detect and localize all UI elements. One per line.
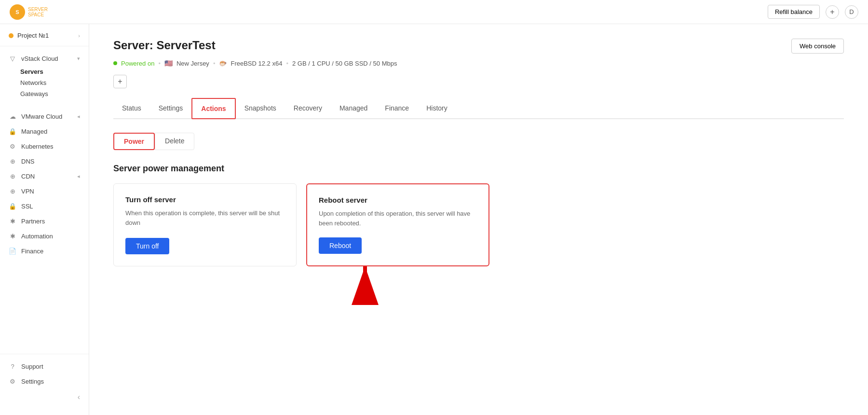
sidebar-item-cdn[interactable]: ⊕ CDN ◂ xyxy=(0,169,89,184)
server-location: New Jersey xyxy=(176,60,209,67)
sidebar-item-settings[interactable]: ⚙ Settings xyxy=(0,374,89,389)
project-dot xyxy=(9,33,14,38)
add-item-button[interactable]: + xyxy=(113,75,127,88)
subtab-delete[interactable]: Delete xyxy=(155,133,194,150)
vmware-icon: ☁ xyxy=(9,113,16,120)
refill-balance-button[interactable]: Refill balance xyxy=(768,5,820,19)
server-os: FreeBSD 12.2 x64 xyxy=(231,60,282,67)
automation-icon: ✱ xyxy=(9,233,16,240)
dns-icon: ⊕ xyxy=(9,158,16,165)
server-specs: 2 GB / 1 CPU / 50 GB SSD / 50 Mbps xyxy=(292,60,397,67)
managed-icon: 🔒 xyxy=(9,128,16,135)
tab-managed[interactable]: Managed xyxy=(331,98,376,119)
sidebar-item-settings-label: Settings xyxy=(21,378,44,385)
page-header: Server: ServerTest Web console xyxy=(113,39,844,54)
content: Server: ServerTest Web console Powered o… xyxy=(89,24,868,415)
settings-icon: ⚙ xyxy=(9,378,16,385)
reboot-card-desc: Upon completion of this operation, this … xyxy=(319,209,477,228)
topbar-right: Refill balance + D xyxy=(768,5,858,19)
logo: S SERVER SPACE xyxy=(10,4,48,20)
sidebar-item-support-label: Support xyxy=(21,363,43,370)
sidebar-item-managed[interactable]: 🔒 Managed xyxy=(0,124,89,139)
sidebar-section-vstack: ▽ vStack Cloud ▾ Servers Networks Gatewa… xyxy=(0,46,89,104)
tab-finance[interactable]: Finance xyxy=(376,98,418,119)
avatar[interactable]: D xyxy=(845,5,858,19)
sidebar-item-dns-label: DNS xyxy=(21,158,34,165)
sidebar-item-automation[interactable]: ✱ Automation xyxy=(0,229,89,244)
sidebar-item-kubernetes-label: Kubernetes xyxy=(21,143,54,150)
server-meta: Powered on • 🇺🇸 New Jersey • 🐡 FreeBSD 1… xyxy=(113,59,844,67)
reboot-button[interactable]: Reboot xyxy=(319,237,362,254)
location-flag: 🇺🇸 xyxy=(164,59,173,67)
vpn-icon: ⊕ xyxy=(9,188,16,195)
sidebar-item-support[interactable]: ? Support xyxy=(0,359,89,374)
sidebar-item-vstack-label: vStack Cloud xyxy=(21,55,58,62)
sidebar-item-partners-label: Partners xyxy=(21,218,45,225)
sidebar-item-ssl[interactable]: 🔒 SSL xyxy=(0,199,89,214)
logo-icon: S xyxy=(10,4,25,20)
cdn-chevron-icon: ◂ xyxy=(77,173,80,180)
sidebar-item-vpn[interactable]: ⊕ VPN xyxy=(0,184,89,199)
sidebar-collapse-button[interactable]: ‹ xyxy=(0,389,89,405)
sidebar-project-chevron: › xyxy=(78,33,80,39)
sidebar-project-name: Project №1 xyxy=(17,32,49,39)
sidebar-item-partners[interactable]: ✱ Partners xyxy=(0,214,89,229)
subtab-power[interactable]: Power xyxy=(113,133,155,150)
sidebar-item-automation-label: Automation xyxy=(21,233,53,240)
server-status: Powered on xyxy=(121,60,154,67)
turn-off-card-desc: When this operation is complete, this se… xyxy=(125,208,285,227)
support-icon: ? xyxy=(9,363,16,370)
reboot-card-title: Reboot server xyxy=(319,196,477,204)
sidebar-item-vpn-label: VPN xyxy=(21,188,34,195)
sidebar-item-cdn-label: CDN xyxy=(21,173,35,180)
turn-off-card: Turn off server When this operation is c… xyxy=(113,183,297,266)
sidebar-project[interactable]: Project №1 › xyxy=(0,24,89,46)
sidebar-bottom: ? Support ⚙ Settings ‹ xyxy=(0,354,89,405)
add-button[interactable]: + xyxy=(826,5,839,19)
finance-icon: 📄 xyxy=(9,248,16,255)
main-layout: Project №1 › ▽ vStack Cloud ▾ Servers Ne… xyxy=(0,24,868,415)
kubernetes-icon: ⚙ xyxy=(9,143,16,150)
sidebar-item-ssl-label: SSL xyxy=(21,203,33,210)
sidebar-item-kubernetes[interactable]: ⚙ Kubernetes xyxy=(0,139,89,154)
sidebar-section-other: ☁ VMware Cloud ◂ 🔒 Managed ⚙ Kubernetes xyxy=(0,104,89,263)
sidebar-item-finance-label: Finance xyxy=(21,248,43,255)
tab-status[interactable]: Status xyxy=(113,98,150,119)
tab-recovery[interactable]: Recovery xyxy=(285,98,331,119)
sidebar-item-vstack[interactable]: ▽ vStack Cloud ▾ xyxy=(0,51,89,66)
sidebar-item-managed-label: Managed xyxy=(21,128,47,135)
ssl-icon: 🔒 xyxy=(9,203,16,210)
tab-snapshots[interactable]: Snapshots xyxy=(236,98,285,119)
reboot-card: Reboot server Upon completion of this op… xyxy=(306,183,489,266)
partners-icon: ✱ xyxy=(9,218,16,225)
tabs: Status Settings Actions Snapshots Recove… xyxy=(113,98,844,119)
web-console-button[interactable]: Web console xyxy=(791,39,844,54)
tab-settings[interactable]: Settings xyxy=(150,98,192,119)
red-arrow-annotation xyxy=(346,262,384,311)
cdn-icon: ⊕ xyxy=(9,173,16,180)
topbar: S SERVER SPACE Refill balance + D xyxy=(0,0,868,24)
tab-history[interactable]: History xyxy=(418,98,456,119)
power-cards: Turn off server When this operation is c… xyxy=(113,183,844,266)
sidebar-item-servers[interactable]: Servers xyxy=(0,66,89,77)
vmware-chevron-icon: ◂ xyxy=(77,113,80,120)
vstack-chevron-icon: ▾ xyxy=(77,55,80,62)
section-title: Server power management xyxy=(113,164,844,174)
turn-off-card-title: Turn off server xyxy=(125,195,285,204)
sidebar: Project №1 › ▽ vStack Cloud ▾ Servers Ne… xyxy=(0,24,89,415)
sidebar-item-networks[interactable]: Networks xyxy=(0,77,89,88)
os-icon: 🐡 xyxy=(219,60,227,67)
sidebar-item-dns[interactable]: ⊕ DNS xyxy=(0,154,89,169)
sidebar-item-gateways[interactable]: Gateways xyxy=(0,88,89,99)
sidebar-item-finance[interactable]: 📄 Finance xyxy=(0,244,89,259)
subtabs: Power Delete xyxy=(113,133,844,150)
tab-actions[interactable]: Actions xyxy=(191,98,235,119)
turn-off-button[interactable]: Turn off xyxy=(125,238,169,254)
sidebar-item-vmware[interactable]: ☁ VMware Cloud ◂ xyxy=(0,109,89,124)
page-title: Server: ServerTest xyxy=(113,39,216,52)
status-dot xyxy=(113,61,117,65)
topbar-left: S SERVER SPACE xyxy=(10,4,48,20)
logo-text: SERVER SPACE xyxy=(28,7,48,17)
sidebar-item-vmware-label: VMware Cloud xyxy=(21,113,62,120)
vstack-icon: ▽ xyxy=(9,55,16,62)
